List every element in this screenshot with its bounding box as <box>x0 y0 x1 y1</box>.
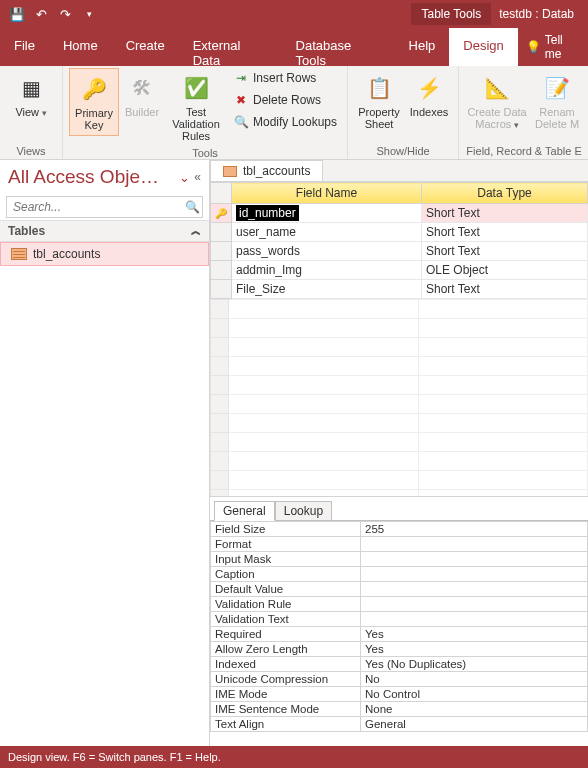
search-input[interactable] <box>7 200 182 214</box>
field-name-cell[interactable] <box>229 300 419 319</box>
property-value[interactable] <box>361 552 588 567</box>
nav-dropdown-icon[interactable]: ⌄ <box>175 170 194 185</box>
data-type-cell[interactable] <box>419 395 588 414</box>
property-value[interactable] <box>361 567 588 582</box>
field-name-cell[interactable] <box>229 433 419 452</box>
property-row[interactable]: Input Mask <box>211 552 588 567</box>
property-sheet-button[interactable]: 📋 Property Sheet <box>354 68 404 134</box>
table-row[interactable]: 🔑id_numberShort Text <box>211 204 588 223</box>
property-value[interactable]: None <box>361 702 588 717</box>
data-type-cell[interactable]: Short Text <box>422 223 588 242</box>
row-selector[interactable] <box>211 242 232 261</box>
row-selector[interactable] <box>211 376 229 395</box>
delete-rows-button[interactable]: ✖Delete Rows <box>229 90 341 110</box>
data-type-cell[interactable] <box>419 338 588 357</box>
property-row[interactable]: Text AlignGeneral <box>211 717 588 732</box>
field-name-cell[interactable] <box>229 395 419 414</box>
field-name-cell[interactable] <box>229 376 419 395</box>
tab-design[interactable]: Design <box>449 28 517 66</box>
property-value[interactable]: Yes <box>361 642 588 657</box>
property-value[interactable] <box>361 612 588 627</box>
property-value[interactable] <box>361 582 588 597</box>
data-type-cell[interactable]: Short Text <box>422 280 588 299</box>
row-selector[interactable] <box>211 319 229 338</box>
data-type-cell[interactable] <box>419 357 588 376</box>
nav-title[interactable]: All Access Obje… <box>8 166 175 188</box>
field-name-cell[interactable]: addmin_Img <box>232 261 422 280</box>
data-type-cell[interactable] <box>419 414 588 433</box>
property-row[interactable]: Caption <box>211 567 588 582</box>
row-selector[interactable] <box>211 471 229 490</box>
property-value[interactable]: No Control <box>361 687 588 702</box>
row-selector[interactable] <box>211 300 229 319</box>
table-row[interactable] <box>211 452 588 471</box>
tab-help[interactable]: Help <box>395 28 450 66</box>
insert-rows-button[interactable]: ⇥Insert Rows <box>229 68 341 88</box>
field-name-cell[interactable] <box>229 414 419 433</box>
col-data-type[interactable]: Data Type <box>422 183 588 204</box>
table-row[interactable]: pass_wordsShort Text <box>211 242 588 261</box>
row-selector[interactable] <box>211 357 229 376</box>
property-row[interactable]: Format <box>211 537 588 552</box>
tab-home[interactable]: Home <box>49 28 112 66</box>
save-icon[interactable]: 💾 <box>6 3 28 25</box>
property-value[interactable] <box>361 597 588 612</box>
property-row[interactable]: Allow Zero LengthYes <box>211 642 588 657</box>
undo-icon[interactable]: ↶ <box>30 3 52 25</box>
field-name-cell[interactable]: user_name <box>232 223 422 242</box>
property-value[interactable] <box>361 537 588 552</box>
table-row[interactable]: addmin_ImgOLE Object <box>211 261 588 280</box>
table-row[interactable] <box>211 395 588 414</box>
nav-item-tbl-accounts[interactable]: tbl_accounts <box>0 242 209 266</box>
nav-category-tables[interactable]: Tables ︽ <box>0 220 209 242</box>
table-row[interactable]: File_SizeShort Text <box>211 280 588 299</box>
tab-create[interactable]: Create <box>112 28 179 66</box>
data-type-cell[interactable] <box>419 300 588 319</box>
data-type-cell[interactable]: Short Text <box>422 242 588 261</box>
row-selector[interactable] <box>211 395 229 414</box>
field-name-cell[interactable] <box>229 319 419 338</box>
field-name-cell[interactable] <box>229 357 419 376</box>
qat-customize-icon[interactable] <box>78 3 100 25</box>
property-tab-general[interactable]: General <box>214 501 275 521</box>
data-type-cell[interactable] <box>419 433 588 452</box>
nav-collapse-icon[interactable]: « <box>194 170 201 184</box>
test-validation-button[interactable]: ✅ Test Validation Rules <box>165 68 227 146</box>
property-tab-lookup[interactable]: Lookup <box>275 501 332 521</box>
modify-lookups-button[interactable]: 🔍Modify Lookups <box>229 112 341 132</box>
row-selector[interactable] <box>211 280 232 299</box>
data-type-cell[interactable]: Short Text <box>422 204 588 223</box>
tell-me[interactable]: 💡 Tell me <box>518 28 588 66</box>
property-row[interactable]: Validation Text <box>211 612 588 627</box>
property-row[interactable]: RequiredYes <box>211 627 588 642</box>
search-icon[interactable]: 🔍 <box>182 200 202 214</box>
rename-delete-macro-button[interactable]: 📝 Renam Delete M <box>531 68 583 134</box>
property-row[interactable]: Validation Rule <box>211 597 588 612</box>
design-grid[interactable]: Field Name Data Type 🔑id_numberShort Tex… <box>210 182 588 299</box>
table-row[interactable] <box>211 357 588 376</box>
row-selector[interactable] <box>211 452 229 471</box>
field-name-cell[interactable]: pass_words <box>232 242 422 261</box>
row-selector[interactable] <box>211 261 232 280</box>
property-row[interactable]: Field Size255 <box>211 522 588 537</box>
design-grid-empty[interactable] <box>210 299 588 496</box>
row-selector[interactable] <box>211 338 229 357</box>
field-name-cell[interactable] <box>229 452 419 471</box>
data-type-cell[interactable] <box>419 471 588 490</box>
property-row[interactable]: IME Sentence ModeNone <box>211 702 588 717</box>
property-value[interactable]: General <box>361 717 588 732</box>
property-row[interactable]: IME ModeNo Control <box>211 687 588 702</box>
table-row[interactable] <box>211 300 588 319</box>
data-type-cell[interactable] <box>419 452 588 471</box>
field-name-cell[interactable] <box>229 471 419 490</box>
property-row[interactable]: IndexedYes (No Duplicates) <box>211 657 588 672</box>
table-row[interactable] <box>211 414 588 433</box>
row-selector[interactable] <box>211 414 229 433</box>
table-row[interactable] <box>211 338 588 357</box>
doc-tab-tbl-accounts[interactable]: tbl_accounts <box>210 160 323 181</box>
row-selector[interactable] <box>211 433 229 452</box>
row-selector[interactable]: 🔑 <box>211 204 232 223</box>
table-row[interactable] <box>211 433 588 452</box>
table-row[interactable] <box>211 471 588 490</box>
field-name-cell[interactable] <box>229 338 419 357</box>
